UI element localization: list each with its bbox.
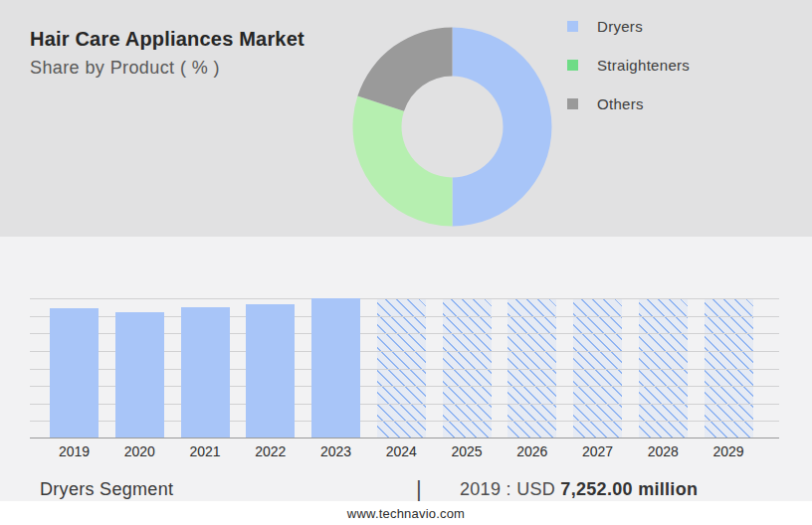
x-axis-label-2021: 2021 [172,443,238,459]
footer-separator: | [416,476,422,502]
donut-slice-others [357,28,452,111]
bar-chart-x-axis-labels: 2019202020212022202320242025202620272028… [30,443,779,461]
donut-slice-straighteners [353,96,453,227]
legend-item-straighteners: Straighteners [567,55,690,75]
segment-value-prefix: 2019 : USD [460,479,560,499]
x-axis-label-2027: 2027 [565,443,631,459]
legend-label: Dryers [597,18,643,35]
x-axis-label-2020: 2020 [106,443,172,459]
x-axis-line [30,438,779,438]
x-axis-label-2026: 2026 [500,443,565,459]
legend-label: Others [597,95,644,112]
segment-value: 2019 : USD 7,252.00 million [460,479,698,500]
legend-label: Straighteners [597,57,690,74]
infographic: Hair Care Appliances Market Share by Pro… [0,0,812,525]
legend-swatch-others-icon [567,98,578,109]
header: Hair Care Appliances Market Share by Pro… [30,28,304,79]
website-url: www.technavio.com [347,506,465,521]
x-axis-label-2023: 2023 [304,443,369,459]
segment-value-amount: 7,252.00 million [560,479,698,499]
donut-slice-dryers [453,28,552,227]
segment-label: Dryers Segment [40,479,173,500]
donut-section: Hair Care Appliances Market Share by Pro… [0,0,812,237]
bar-2022 [246,304,295,438]
bar-2020 [115,312,164,438]
x-axis-label-2019: 2019 [42,443,107,459]
chart-legend: Dryers Straighteners Others [567,16,690,132]
legend-item-dryers: Dryers [567,16,690,36]
website-bar: www.technavio.com [0,501,812,525]
donut-chart [352,27,552,227]
legend-swatch-dryers-icon [567,21,578,32]
x-axis-label-2022: 2022 [238,443,304,459]
x-axis-label-2025: 2025 [434,443,500,459]
x-axis-label-2029: 2029 [696,443,761,459]
bar-2019 [50,308,99,438]
page-subtitle: Share by Product ( % ) [30,58,304,79]
bar-2021 [181,307,230,438]
donut-chart-svg [352,27,552,227]
page-title: Hair Care Appliances Market [30,28,304,51]
bar-2023 [311,298,360,438]
legend-item-others: Others [567,93,690,113]
bar-chart-section: 2019202020212022202320242025202620272028… [0,237,812,502]
legend-swatch-straighteners-icon [567,60,578,71]
x-axis-label-2028: 2028 [630,443,696,459]
x-axis-label-2024: 2024 [368,443,434,459]
bar-chart-plot [30,298,779,438]
gridline [30,298,779,299]
